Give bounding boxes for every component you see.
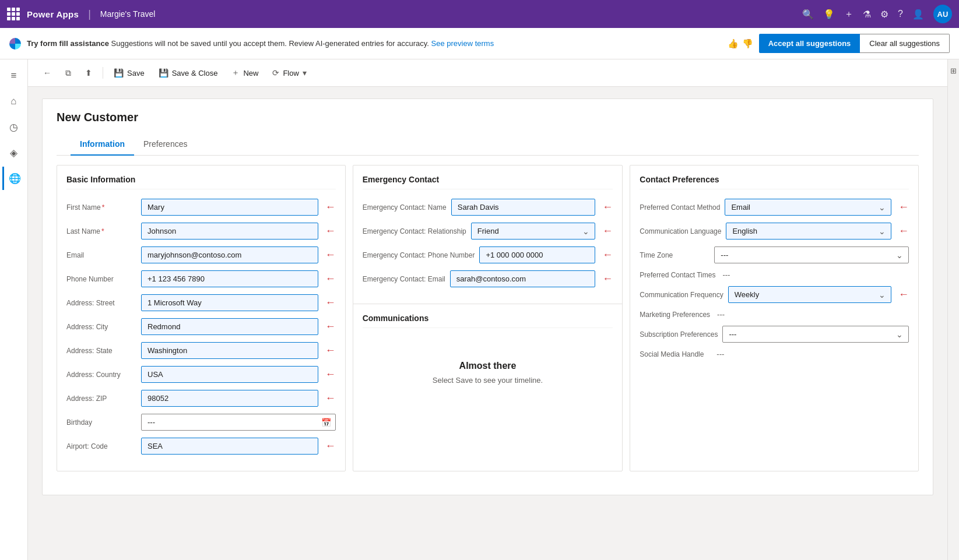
filter-icon[interactable]: ⚗ xyxy=(863,9,871,20)
subscription-select[interactable]: --- Newsletter Promotions xyxy=(722,326,909,343)
back-button[interactable]: ← xyxy=(37,65,57,81)
country-input[interactable] xyxy=(141,366,318,383)
contact-method-select[interactable]: Email Phone SMS xyxy=(725,199,891,216)
accept-all-button[interactable]: Accept all suggestions xyxy=(759,34,860,53)
field-row-ec-phone: Emergency Contact: Phone Number ← xyxy=(363,246,613,263)
email-arrow: ← xyxy=(325,249,336,261)
comm-freq-select[interactable]: Weekly Daily Monthly xyxy=(728,286,891,303)
lang-arrow: ← xyxy=(898,225,909,237)
phone-input-wrap xyxy=(141,270,318,287)
edge-icon-1[interactable]: ⊞ xyxy=(948,64,959,78)
nav-grid-button[interactable] xyxy=(7,8,20,20)
state-label: Address: State xyxy=(66,347,136,355)
thumb-icons: 👍 👎 xyxy=(728,38,753,49)
lastname-input[interactable] xyxy=(141,223,318,240)
state-input[interactable] xyxy=(141,342,318,359)
street-input-wrap xyxy=(141,294,318,311)
sidebar-pin-icon[interactable]: ◈ xyxy=(2,141,26,164)
marketing-label: Marketing Preferences xyxy=(640,311,710,319)
field-row-contact-method: Preferred Contact Method Email Phone SMS… xyxy=(640,199,909,216)
new-icon: ＋ xyxy=(231,68,240,78)
main-content: New Customer Information Preferences Bas… xyxy=(28,87,947,560)
sidebar-globe-icon[interactable]: 🌐 xyxy=(2,167,26,190)
firstname-label: First Name* xyxy=(66,203,136,212)
lightbulb-icon[interactable]: 💡 xyxy=(823,9,835,20)
field-row-firstname: First Name* ← xyxy=(66,199,336,216)
ec-phone-label: Emergency Contact: Phone Number xyxy=(363,251,475,259)
thumbs-down-button[interactable]: 👎 xyxy=(742,38,753,49)
ec-name-input[interactable] xyxy=(451,199,596,216)
new-button[interactable]: ＋ New xyxy=(226,64,264,82)
flow-button[interactable]: ⟳ Flow ▾ xyxy=(266,65,312,81)
lang-select[interactable]: English Spanish French xyxy=(726,223,891,240)
thumbs-up-button[interactable]: 👍 xyxy=(728,38,739,49)
ec-phone-input[interactable] xyxy=(479,246,595,263)
airport-input[interactable] xyxy=(141,438,318,455)
calendar-icon-button[interactable]: 📅 xyxy=(321,418,331,427)
field-row-email: Email ← xyxy=(66,246,336,263)
email-label: Email xyxy=(66,251,136,259)
firstname-input[interactable] xyxy=(141,199,318,216)
settings-icon[interactable]: ⚙ xyxy=(880,9,888,20)
timezone-select-wrap: --- PST EST UTC xyxy=(714,246,909,263)
right-edge-panel: ⊞ xyxy=(947,59,959,560)
clear-all-button[interactable]: Clear all suggestions xyxy=(860,34,950,53)
avatar[interactable]: AU xyxy=(933,5,952,23)
sidebar-menu-icon[interactable]: ≡ xyxy=(2,64,26,87)
toolbar: ← ⧉ ⬆ 💾 Save 💾 Save & Close ＋ New ⟳ xyxy=(28,59,947,87)
save-close-label: Save & Close xyxy=(172,69,218,78)
apps-grid-icon xyxy=(7,8,20,20)
field-row-timezone: Time Zone --- PST EST UTC xyxy=(640,246,909,263)
tab-information[interactable]: Information xyxy=(71,133,134,156)
tab-preferences[interactable]: Preferences xyxy=(134,133,196,156)
toolbar-divider-1 xyxy=(103,67,103,79)
search-icon[interactable]: 🔍 xyxy=(802,9,814,20)
restore-icon: ⧉ xyxy=(65,68,71,78)
tabs: Information Preferences xyxy=(57,133,919,156)
person-icon[interactable]: 👤 xyxy=(912,9,924,20)
basic-info-title: Basic Information xyxy=(66,175,336,189)
emergency-fields-block: Emergency Contact Emergency Contact: Nam… xyxy=(353,165,623,304)
birthday-input[interactable] xyxy=(141,414,336,431)
zip-arrow: ← xyxy=(325,392,336,404)
banner-preview-link[interactable]: See preview terms xyxy=(431,39,494,48)
email-input[interactable] xyxy=(141,246,318,263)
ec-rel-select[interactable]: Friend Family Spouse Other xyxy=(471,223,596,240)
save-close-button[interactable]: 💾 Save & Close xyxy=(153,65,224,81)
top-nav-icons: 🔍 💡 ＋ ⚗ ⚙ ? 👤 AU xyxy=(802,5,952,23)
timezone-select[interactable]: --- PST EST UTC xyxy=(714,246,909,263)
communications-title: Communications xyxy=(363,314,613,328)
contact-times-value: --- xyxy=(720,270,730,279)
country-arrow: ← xyxy=(325,368,336,381)
street-input[interactable] xyxy=(141,294,318,311)
restore-button[interactable]: ⧉ xyxy=(59,65,77,82)
share-button[interactable]: ⬆ xyxy=(79,65,98,81)
plus-icon[interactable]: ＋ xyxy=(844,8,853,20)
field-row-marketing: Marketing Preferences --- xyxy=(640,310,909,319)
sidebar-home-icon[interactable]: ⌂ xyxy=(2,90,26,113)
contact-prefs-title: Contact Preferences xyxy=(640,175,909,189)
timezone-label: Time Zone xyxy=(640,251,709,259)
email-input-wrap xyxy=(141,246,318,263)
ec-email-label: Emergency Contact: Email xyxy=(363,275,445,283)
country-input-wrap xyxy=(141,366,318,383)
phone-input[interactable] xyxy=(141,270,318,287)
comm-freq-arrow: ← xyxy=(898,288,909,301)
banner-bold-text: Try form fill assistance xyxy=(27,39,109,48)
almost-there-block: Almost there Select Save to see your tim… xyxy=(363,337,613,408)
almost-there-text: Select Save to see your timeline. xyxy=(433,376,543,385)
help-icon[interactable]: ? xyxy=(898,9,903,19)
ec-name-label: Emergency Contact: Name xyxy=(363,203,447,212)
contact-method-label: Preferred Contact Method xyxy=(640,203,720,212)
city-input[interactable] xyxy=(141,318,318,335)
city-label: Address: City xyxy=(66,323,136,331)
zip-input[interactable] xyxy=(141,390,318,407)
banner-text: Try form fill assistance Suggestions wil… xyxy=(27,39,719,48)
ec-phone-input-wrap xyxy=(479,246,595,263)
ec-email-input[interactable] xyxy=(450,270,596,287)
almost-there-title: Almost there xyxy=(459,361,517,371)
save-button[interactable]: 💾 Save xyxy=(108,65,150,81)
sidebar-clock-icon[interactable]: ◷ xyxy=(2,115,26,139)
flow-label: Flow xyxy=(283,69,298,78)
city-input-wrap xyxy=(141,318,318,335)
